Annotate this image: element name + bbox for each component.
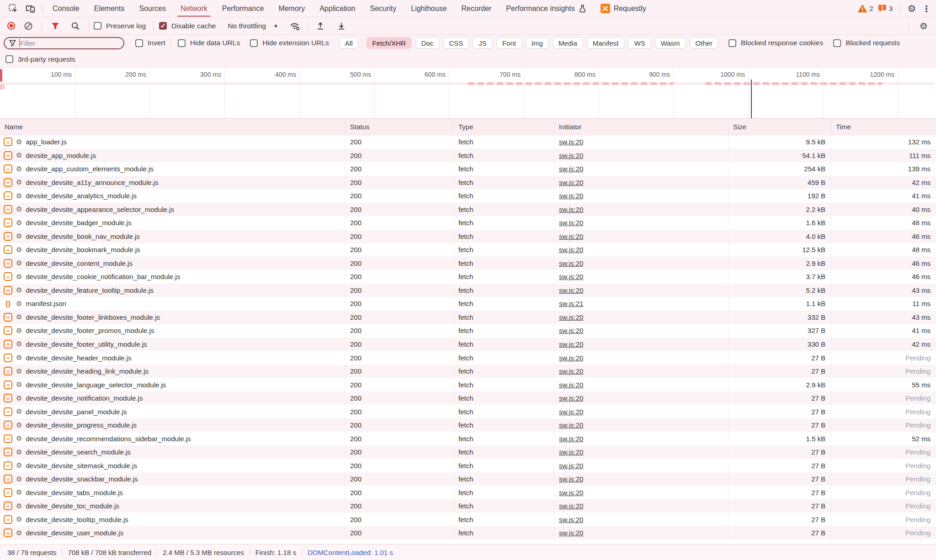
third-party-requests-checkbox[interactable] [5, 55, 13, 63]
table-row[interactable]: ‹›⚙devsite_devsite_panel_module.js200fet… [0, 405, 936, 418]
initiator-link[interactable]: sw.js:20 [559, 219, 583, 227]
table-row[interactable]: ‹›⚙devsite_devsite_cookie_notification_b… [0, 270, 936, 284]
name-cell[interactable]: ‹›⚙devsite_devsite_a11y_announce_module.… [0, 176, 346, 190]
table-row[interactable]: ‹›⚙devsite_devsite_header_module.js200fe… [0, 351, 936, 365]
chip-wasm[interactable]: Wasm [655, 37, 686, 49]
initiator-link[interactable]: sw.js:20 [559, 462, 583, 470]
tab-elements[interactable]: Elements [87, 0, 132, 17]
network-conditions-icon[interactable] [287, 18, 304, 34]
initiator-link[interactable]: sw.js:20 [559, 232, 583, 240]
initiator-link[interactable]: sw.js:20 [559, 354, 583, 362]
initiator-link[interactable]: sw.js:20 [559, 165, 583, 173]
throttling-select[interactable]: No throttling [228, 22, 266, 30]
name-cell[interactable]: ‹›⚙devsite_devsite_analytics_module.js [0, 189, 346, 203]
tab-console[interactable]: Console [45, 0, 87, 17]
table-row[interactable]: ‹›⚙devsite_devsite_footer_promos_module.… [0, 324, 936, 338]
initiator-link[interactable]: sw.js:20 [559, 286, 583, 294]
tab-network[interactable]: Network [173, 0, 215, 17]
name-cell[interactable]: ‹›⚙devsite_devsite_feature_tooltip_modul… [0, 284, 346, 297]
preserve-log-checkbox[interactable] [94, 22, 101, 30]
initiator-link[interactable]: sw.js:20 [559, 192, 583, 200]
blocked-response-cookies-checkbox[interactable] [729, 39, 736, 47]
table-row[interactable]: ‹›⚙devsite_devsite_search_module.js200fe… [0, 445, 936, 459]
name-cell[interactable]: ‹›⚙devsite_devsite_notification_module.j… [0, 391, 346, 405]
name-cell[interactable]: ‹›⚙app_loader.js [0, 135, 346, 149]
initiator-link[interactable]: sw.js:20 [559, 475, 583, 483]
name-cell[interactable]: ‹›⚙devsite_devsite_progress_module.js [0, 418, 346, 432]
name-cell[interactable]: ‹›⚙devsite_devsite_header_module.js [0, 351, 346, 365]
name-cell[interactable]: ‹›⚙devsite_devsite_language_selector_mod… [0, 378, 346, 391]
tab-security[interactable]: Security [362, 0, 404, 17]
blocked-requests-checkbox[interactable] [833, 39, 841, 47]
network-overview-timeline[interactable]: 100 ms200 ms300 ms400 ms500 ms600 ms700 … [0, 68, 936, 119]
overview-left-handle[interactable] [0, 69, 2, 82]
table-row[interactable]: ‹›⚙devsite_devsite_footer_utility_module… [0, 338, 936, 351]
initiator-link[interactable]: sw.js:20 [559, 327, 583, 334]
table-row[interactable]: ‹›⚙devsite_app_custom_elements_module.js… [0, 162, 936, 176]
initiator-link[interactable]: sw.js:20 [559, 381, 583, 389]
name-cell[interactable]: ‹›⚙devsite_devsite_book_nav_module.js [0, 230, 346, 243]
device-toolbar-icon[interactable] [22, 1, 39, 16]
table-row[interactable]: ‹›⚙devsite_devsite_analytics_module.js20… [0, 189, 936, 203]
table-row[interactable]: ‹›⚙devsite_app_module.js200fetchsw.js:20… [0, 149, 936, 163]
initiator-link[interactable]: sw.js:20 [559, 179, 583, 186]
initiator-link[interactable]: sw.js:20 [559, 206, 583, 213]
initiator-link[interactable]: sw.js:20 [559, 421, 583, 429]
chip-ws[interactable]: WS [628, 37, 651, 49]
disable-cache-checkbox[interactable] [159, 22, 167, 30]
chip-doc[interactable]: Doc [415, 37, 440, 49]
issues-error[interactable]: 3 [878, 4, 897, 13]
initiator-link[interactable]: sw.js:20 [559, 448, 583, 456]
table-row[interactable]: ‹›⚙devsite_devsite_heading_link_module.j… [0, 365, 936, 378]
name-cell[interactable]: ‹›⚙devsite_devsite_footer_utility_module… [0, 338, 346, 351]
initiator-link[interactable]: sw.js:21 [559, 300, 583, 307]
more-options-icon[interactable]: ⋮ [920, 1, 932, 16]
tab-recorder[interactable]: Recorder [454, 0, 499, 17]
filter-funnel-icon[interactable] [47, 18, 64, 34]
name-cell[interactable]: ‹›⚙devsite_devsite_appearance_selector_m… [0, 203, 346, 217]
table-row[interactable]: ‹›⚙devsite_devsite_toc_module.js200fetch… [0, 499, 936, 513]
name-cell[interactable]: {}⚙manifest.json [0, 297, 346, 311]
name-cell[interactable]: ‹›⚙devsite_devsite_tooltip_module.js [0, 512, 346, 526]
tab-performance[interactable]: Performance [215, 0, 271, 17]
initiator-link[interactable]: sw.js:20 [559, 340, 583, 348]
chip-all[interactable]: All [339, 37, 359, 49]
chip-font[interactable]: Font [496, 37, 522, 49]
name-cell[interactable]: ‹›⚙devsite_devsite_sitemask_module.js [0, 459, 346, 472]
tab-application[interactable]: Application [312, 0, 362, 17]
name-cell[interactable]: ‹›⚙devsite_devsite_search_module.js [0, 445, 346, 459]
tab-sources[interactable]: Sources [132, 0, 173, 17]
name-cell[interactable]: ‹›⚙devsite_devsite_tabs_module.js [0, 486, 346, 499]
table-row[interactable]: ‹›⚙devsite_devsite_sitemask_module.js200… [0, 459, 936, 472]
table-row[interactable]: ‹›⚙devsite_devsite_feature_tooltip_modul… [0, 284, 936, 297]
table-row[interactable]: ‹›⚙devsite_devsite_progress_module.js200… [0, 418, 936, 432]
table-row[interactable]: ‹›⚙devsite_devsite_badger_module.js200fe… [0, 216, 936, 230]
initiator-link[interactable]: sw.js:20 [559, 367, 583, 375]
filter-input-pill[interactable] [4, 37, 124, 49]
settings-gear-icon[interactable]: ⚙ [903, 1, 920, 16]
chip-img[interactable]: Img [526, 37, 549, 49]
name-cell[interactable]: ‹›⚙devsite_devsite_user_module.js [0, 526, 346, 540]
initiator-link[interactable]: sw.js:20 [559, 246, 583, 254]
table-row[interactable]: ‹›⚙devsite_devsite_user_module.js200fetc… [0, 526, 936, 540]
hide-extension-urls-checkbox[interactable] [250, 39, 258, 47]
name-cell[interactable]: ‹›⚙devsite_devsite_cookie_notification_b… [0, 270, 346, 284]
import-har-icon[interactable] [333, 18, 350, 34]
tab-lighthouse[interactable]: Lighthouse [404, 0, 454, 17]
name-cell[interactable]: ‹›⚙devsite_devsite_footer_linkboxes_modu… [0, 311, 346, 324]
name-cell[interactable]: ‹›⚙devsite_devsite_heading_link_module.j… [0, 365, 346, 378]
name-cell[interactable]: ‹›⚙devsite_devsite_toc_module.js [0, 499, 346, 513]
table-row[interactable]: {}⚙manifest.json200fetchsw.js:211.1 kB11… [0, 297, 936, 311]
initiator-link[interactable]: sw.js:20 [559, 489, 583, 497]
filter-input[interactable] [19, 39, 111, 47]
initiator-link[interactable]: sw.js:20 [559, 435, 583, 443]
column-header-initiator[interactable]: Initiator [554, 119, 729, 135]
tab-performance-insights[interactable]: Performance insights [499, 0, 593, 17]
table-row[interactable]: ‹›⚙devsite_devsite_content_module.js200f… [0, 257, 936, 270]
chip-other[interactable]: Other [690, 37, 719, 49]
clear-network-log-icon[interactable] [20, 18, 37, 34]
chip-manifest[interactable]: Manifest [587, 37, 625, 49]
throttling-dropdown-caret-icon[interactable]: ▼ [273, 23, 278, 29]
initiator-link[interactable]: sw.js:20 [559, 259, 583, 267]
initiator-link[interactable]: sw.js:20 [559, 408, 583, 416]
